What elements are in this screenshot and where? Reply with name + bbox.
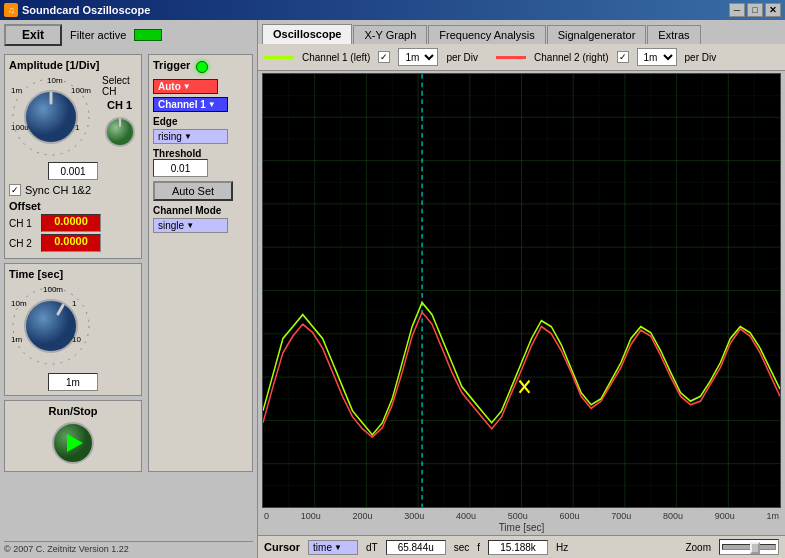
dt-unit: sec — [454, 542, 470, 553]
per-div-label1: per Div — [446, 52, 478, 63]
ch1-bar-label: Channel 1 (left) — [302, 52, 370, 63]
edge-section: Edge rising ▼ — [153, 116, 248, 144]
offset-title: Offset — [9, 200, 41, 212]
trigger-section: Trigger Auto ▼ Channel 1 ▼ Edge — [148, 54, 253, 472]
channel-mode-section: Channel Mode single ▼ — [153, 205, 248, 233]
threshold-label: Threshold — [153, 148, 248, 159]
trigger-mode-dropdown[interactable]: Auto ▼ — [153, 79, 218, 94]
zoom-slider[interactable] — [719, 539, 779, 555]
threshold-input[interactable] — [153, 159, 208, 177]
sync-checkbox[interactable]: ✓ — [9, 184, 21, 196]
time-label-800u: 800u — [663, 511, 683, 521]
channel-mode-label: Channel Mode — [153, 205, 248, 216]
dt-value: 65.844u — [386, 540, 446, 555]
channel-mode-dropdown[interactable]: single ▼ — [153, 218, 228, 233]
svg-point-6 — [25, 300, 77, 352]
time-label-200u: 200u — [352, 511, 372, 521]
trigger-channel-dropdown[interactable]: Channel 1 ▼ — [153, 97, 228, 112]
tab-frequency-analysis[interactable]: Frequency Analysis — [428, 25, 545, 44]
offset-section: Offset CH 1 0.0000 CH 2 0.0000 — [9, 200, 137, 252]
tab-bar: Oscilloscope X-Y Graph Frequency Analysi… — [258, 20, 785, 44]
offset-ch2-input[interactable]: 0.0000 — [41, 234, 101, 252]
run-stop-button[interactable] — [51, 421, 95, 465]
ch2-line-indicator — [496, 56, 526, 59]
per-div-label2: per Div — [685, 52, 717, 63]
tab-oscilloscope[interactable]: Oscilloscope — [262, 24, 352, 44]
time-label-400u: 400u — [456, 511, 476, 521]
cursor-mode-dropdown[interactable]: time ▼ — [308, 540, 358, 555]
tab-xy-graph[interactable]: X-Y Graph — [353, 25, 427, 44]
autoset-button[interactable]: Auto Set — [153, 181, 233, 201]
time-knob-area: 100m 1 10 1m 10m — [9, 284, 94, 369]
time-axis-labels: 0 100u 200u 300u 400u 500u 600u 700u 800… — [258, 510, 785, 522]
exit-button[interactable]: Exit — [4, 24, 62, 46]
time-label-900u: 900u — [715, 511, 735, 521]
ch1-per-div-select[interactable]: 1m 2m 5m 10m — [398, 48, 438, 66]
window-title: Soundcard Oszilloscope — [22, 4, 150, 16]
time-label-1m-b: 1m — [11, 335, 22, 344]
trigger-led — [196, 61, 208, 73]
ch1-knob[interactable] — [103, 115, 137, 149]
tab-extras[interactable]: Extras — [647, 25, 700, 44]
ch2-per-div-select[interactable]: 1m 2m 5m 10m — [637, 48, 677, 66]
zoom-label: Zoom — [685, 542, 711, 553]
amplitude-section: Amplitude [1/Div] — [4, 54, 142, 259]
scope-svg — [263, 74, 780, 507]
time-label-1m: 1m — [766, 511, 779, 521]
amplitude-title: Amplitude [1/Div] — [9, 59, 137, 71]
time-knob-svg: 100m 1 10 1m 10m — [9, 284, 94, 369]
time-label-1: 1 — [72, 299, 77, 308]
right-panel: Oscilloscope X-Y Graph Frequency Analysi… — [258, 20, 785, 558]
ch1-line-indicator — [264, 56, 294, 59]
f-unit: Hz — [556, 542, 568, 553]
time-label-10: 10 — [72, 335, 81, 344]
close-button[interactable]: ✕ — [765, 3, 781, 17]
offset-ch2-label: CH 2 — [9, 238, 37, 249]
time-label-700u: 700u — [611, 511, 631, 521]
time-label-0: 0 — [264, 511, 269, 521]
filter-label: Filter active — [70, 29, 126, 41]
time-label-100m: 100m — [43, 285, 63, 294]
f-label: f — [477, 542, 480, 553]
left-knobs: Amplitude [1/Div] — [4, 54, 142, 472]
time-unit-label: Time [sec] — [258, 522, 785, 535]
run-stop-section: Run/Stop — [4, 400, 142, 472]
trigger-title: Trigger — [153, 59, 190, 71]
cursor-label: Cursor — [264, 541, 300, 553]
dt-label: dT — [366, 542, 378, 553]
sync-label: Sync CH 1&2 — [25, 184, 91, 196]
maximize-button[interactable]: □ — [747, 3, 763, 17]
amplitude-knob-area: 10m 100m 1 100u 1m — [9, 75, 94, 160]
channel-bar: Channel 1 (left) ✓ 1m 2m 5m 10m per Div … — [258, 44, 785, 71]
ch1-checkbox[interactable]: ✓ — [378, 51, 390, 63]
tab-signalgenerator[interactable]: Signalgenerator — [547, 25, 647, 44]
amp-label-1: 1 — [75, 123, 80, 132]
offset-ch1-label: CH 1 — [9, 218, 37, 229]
ch2-checkbox[interactable]: ✓ — [617, 51, 629, 63]
left-panel: Exit Filter active Amplitude [1/Div] — [0, 20, 258, 558]
run-stop-title: Run/Stop — [9, 405, 137, 417]
time-label-300u: 300u — [404, 511, 424, 521]
amp-label-100m: 100m — [71, 86, 91, 95]
filter-indicator — [134, 29, 162, 41]
time-input[interactable] — [48, 373, 98, 391]
time-title: Time [sec] — [9, 268, 137, 280]
scope-display[interactable] — [262, 73, 781, 508]
time-section: Time [sec] — [4, 263, 142, 396]
copyright: © 2007 C. Zeitnitz Version 1.22 — [4, 541, 253, 554]
minimize-button[interactable]: ─ — [729, 3, 745, 17]
threshold-section: Threshold — [153, 148, 248, 177]
select-ch-area: Select CH CH 1 — [102, 75, 137, 160]
amplitude-input[interactable] — [48, 162, 98, 180]
edge-label: Edge — [153, 116, 248, 127]
edge-dropdown[interactable]: rising ▼ — [153, 129, 228, 144]
f-value: 15.188k — [488, 540, 548, 555]
time-label-10m: 10m — [11, 299, 27, 308]
title-bar: ♫ Soundcard Oszilloscope ─ □ ✕ — [0, 0, 785, 20]
amplitude-knob-svg: 10m 100m 1 100u 1m — [9, 75, 94, 160]
ch1-label: CH 1 — [107, 99, 132, 111]
ch2-bar-label: Channel 2 (right) — [534, 52, 608, 63]
offset-ch1-input[interactable]: 0.0000 — [41, 214, 101, 232]
cursor-bar: Cursor time ▼ dT 65.844u sec f 15.188k H… — [258, 535, 785, 558]
time-label-500u: 500u — [508, 511, 528, 521]
